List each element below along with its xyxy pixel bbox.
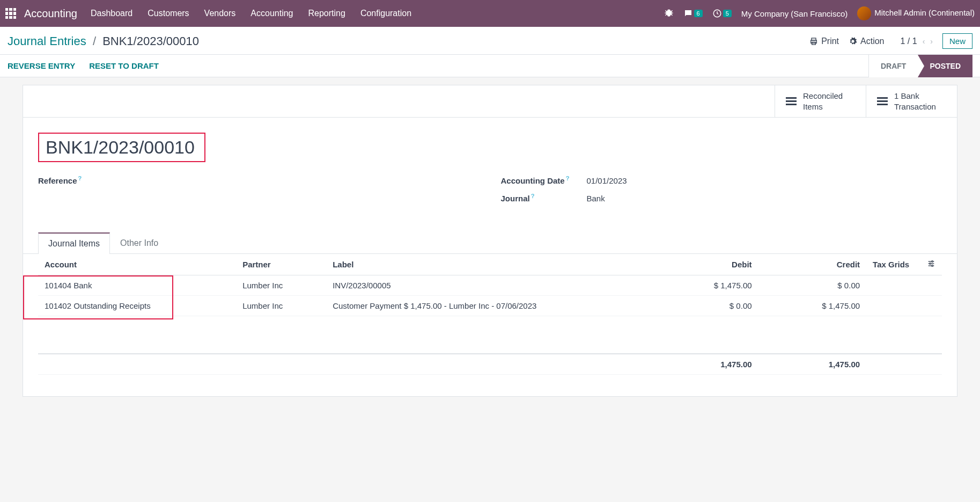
journal-label: Journal?	[501, 193, 587, 203]
menu-accounting[interactable]: Accounting	[250, 9, 293, 18]
user-name: Mitchell Admin (Continental)	[874, 8, 975, 17]
table-settings-icon[interactable]	[920, 254, 942, 275]
help-icon[interactable]: ?	[531, 193, 535, 199]
list-icon	[877, 97, 888, 105]
cell-account: 101404 Bank	[38, 275, 236, 296]
action-button[interactable]: Action	[849, 37, 884, 46]
empty-row	[38, 316, 942, 354]
totals-row: 1,475.00 1,475.00	[38, 354, 942, 375]
cell-tax	[866, 275, 920, 296]
menu-reporting[interactable]: Reporting	[308, 9, 345, 18]
col-account[interactable]: Account	[38, 254, 236, 275]
col-debit[interactable]: Debit	[650, 254, 758, 275]
total-credit: 1,475.00	[758, 354, 867, 375]
form-sheet: ReconciledItems 1 BankTransaction BNK1/2…	[23, 85, 957, 397]
accounting-date-value[interactable]: 01/01/2023	[587, 176, 627, 185]
menu-customers[interactable]: Customers	[148, 9, 189, 18]
print-icon	[809, 37, 818, 46]
main-menu: Dashboard Customers Vendors Accounting R…	[91, 9, 664, 18]
clock-badge: 5	[723, 10, 732, 17]
avatar	[857, 6, 871, 20]
gear-icon	[849, 37, 857, 46]
breadcrumb-root[interactable]: Journal Entries	[8, 34, 86, 48]
svg-point-9	[932, 265, 933, 267]
tab-other-info[interactable]: Other Info	[110, 232, 168, 254]
status-posted[interactable]: POSTED	[918, 55, 972, 77]
status-draft[interactable]: DRAFT	[869, 55, 918, 77]
reset-to-draft-button[interactable]: RESET TO DRAFT	[89, 61, 159, 70]
col-partner[interactable]: Partner	[236, 254, 326, 275]
reverse-entry-button[interactable]: REVERSE ENTRY	[8, 61, 75, 70]
cell-tax	[866, 296, 920, 316]
journal-value[interactable]: Bank	[587, 194, 605, 203]
tabs: Journal Items Other Info	[23, 232, 957, 254]
user-menu[interactable]: Mitchell Admin (Continental)	[857, 6, 975, 20]
cell-debit: $ 0.00	[650, 296, 758, 316]
entry-title: BNK1/2023/00010	[46, 137, 195, 158]
bank-transaction-button[interactable]: 1 BankTransaction	[866, 85, 957, 117]
chat-icon[interactable]: 6	[683, 9, 703, 18]
entry-title-highlight: BNK1/2023/00010	[38, 133, 205, 162]
col-label[interactable]: Label	[326, 254, 650, 275]
pager: 1 / 1 ‹ ›	[901, 37, 933, 46]
company-selector[interactable]: My Company (San Francisco)	[741, 9, 848, 18]
svg-point-5	[932, 261, 933, 263]
stat-buttons: ReconciledItems 1 BankTransaction	[23, 85, 957, 118]
tab-journal-items[interactable]: Journal Items	[38, 232, 110, 254]
cell-label: INV/2023/00005	[326, 275, 650, 296]
cell-account: 101402 Outstanding Receipts	[38, 296, 236, 316]
col-tax-grids[interactable]: Tax Grids	[866, 254, 920, 275]
breadcrumb: Journal Entries / BNK1/2023/00010	[8, 34, 800, 48]
accounting-date-label: Accounting Date?	[501, 175, 587, 185]
cell-partner: Lumber Inc	[236, 275, 326, 296]
table-row[interactable]: 101404 Bank Lumber Inc INV/2023/00005 $ …	[38, 275, 942, 296]
pager-text: 1 / 1	[901, 37, 917, 46]
bug-icon[interactable]	[664, 9, 674, 18]
reference-label: Reference?	[38, 175, 124, 185]
pager-prev-icon[interactable]: ‹	[923, 37, 925, 46]
status-bar: DRAFT POSTED	[868, 55, 972, 77]
col-credit[interactable]: Credit	[758, 254, 867, 275]
journal-items-table: Account Partner Label Debit Credit Tax G…	[38, 254, 942, 375]
cell-credit: $ 0.00	[758, 275, 867, 296]
menu-configuration[interactable]: Configuration	[360, 9, 411, 18]
cell-debit: $ 1,475.00	[650, 275, 758, 296]
help-icon[interactable]: ?	[78, 175, 82, 181]
apps-icon[interactable]	[5, 8, 16, 19]
table-row[interactable]: 101402 Outstanding Receipts Lumber Inc C…	[38, 296, 942, 316]
cell-partner: Lumber Inc	[236, 296, 326, 316]
help-icon[interactable]: ?	[566, 175, 570, 181]
total-debit: 1,475.00	[650, 354, 758, 375]
clock-icon[interactable]: 5	[712, 9, 732, 18]
breadcrumb-current: BNK1/2023/00010	[102, 34, 199, 48]
print-button[interactable]: Print	[809, 37, 839, 46]
app-brand[interactable]: Accounting	[24, 8, 77, 20]
cell-label: Customer Payment $ 1,475.00 - Lumber Inc…	[326, 296, 650, 316]
reconciled-items-button[interactable]: ReconciledItems	[775, 85, 866, 117]
list-icon	[786, 97, 797, 105]
action-bar: REVERSE ENTRY RESET TO DRAFT DRAFT POSTE…	[0, 55, 980, 77]
table-header-row: Account Partner Label Debit Credit Tax G…	[38, 254, 942, 275]
pager-next-icon[interactable]: ›	[930, 37, 933, 46]
menu-dashboard[interactable]: Dashboard	[91, 9, 132, 18]
cell-credit: $ 1,475.00	[758, 296, 867, 316]
svg-point-7	[930, 263, 931, 265]
menu-vendors[interactable]: Vendors	[204, 9, 236, 18]
top-navbar: Accounting Dashboard Customers Vendors A…	[0, 0, 980, 27]
new-button[interactable]: New	[942, 33, 972, 49]
header-row: Journal Entries / BNK1/2023/00010 Print …	[0, 27, 980, 55]
chat-badge: 6	[694, 10, 703, 17]
